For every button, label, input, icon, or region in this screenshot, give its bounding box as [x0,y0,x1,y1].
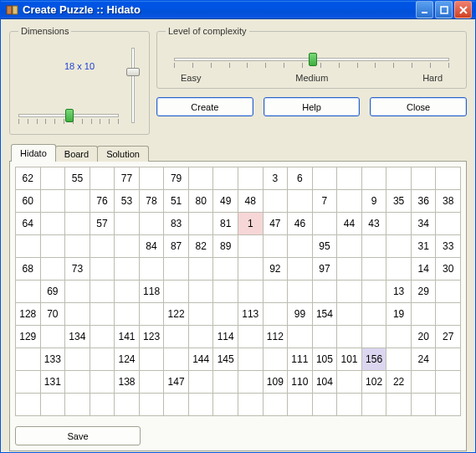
grid-cell[interactable] [115,303,140,326]
grid-cell[interactable] [41,213,66,235]
grid-cell[interactable] [288,190,313,213]
grid-cell[interactable]: 36 [412,190,437,213]
grid-cell[interactable] [140,303,165,326]
grid-cell[interactable]: 53 [115,190,140,213]
grid-cell[interactable]: 154 [313,303,338,326]
grid-cell[interactable] [90,167,115,190]
grid-cell[interactable]: 14 [412,258,437,281]
grid-cell[interactable] [65,213,90,235]
grid-cell[interactable] [189,326,214,348]
grid-cell[interactable]: 60 [16,190,41,213]
grid-cell[interactable]: 138 [115,371,140,394]
slider-thumb[interactable] [126,68,140,76]
grid-cell[interactable] [436,303,461,326]
grid-cell[interactable]: 118 [140,281,165,303]
grid-cell[interactable]: 83 [164,213,189,235]
grid-cell[interactable]: 114 [213,326,238,348]
grid-cell[interactable] [213,167,238,190]
grid-cell[interactable]: 110 [288,371,313,394]
grid-cell[interactable] [65,190,90,213]
grid-cell[interactable] [337,235,362,258]
tab-solution[interactable]: Solution [97,146,149,162]
grid-cell[interactable]: 101 [337,348,362,371]
grid-cell[interactable] [115,213,140,235]
grid-cell[interactable] [313,213,338,235]
grid-cell[interactable] [213,281,238,303]
grid-cell[interactable] [189,394,214,416]
grid-cell[interactable] [238,326,264,348]
grid-cell[interactable] [41,235,66,258]
grid-cell[interactable]: 78 [140,190,165,213]
grid-cell[interactable] [16,235,41,258]
grid-cell[interactable] [140,213,165,235]
slider-thumb[interactable] [309,53,317,66]
grid-cell[interactable]: 24 [412,348,437,371]
grid-cell[interactable]: 43 [362,213,387,235]
grid-cell[interactable]: 48 [238,190,264,213]
grid-cell[interactable] [115,235,140,258]
grid-cell[interactable] [238,167,264,190]
grid-cell[interactable]: 55 [65,167,90,190]
grid-cell[interactable] [189,258,214,281]
grid-cell[interactable]: 51 [164,190,189,213]
grid-cell[interactable]: 38 [436,190,461,213]
grid-cell[interactable]: 79 [164,167,189,190]
grid-cell[interactable] [362,235,387,258]
grid-cell[interactable] [213,371,238,394]
grid-cell[interactable] [386,213,412,235]
grid-cell[interactable]: 9 [362,190,387,213]
grid-cell[interactable] [65,281,90,303]
grid-cell[interactable] [164,348,189,371]
grid-cell[interactable] [213,258,238,281]
grid-cell[interactable]: 89 [213,235,238,258]
grid-cell[interactable] [386,258,412,281]
grid-cell[interactable]: 144 [189,348,214,371]
grid-cell[interactable]: 57 [90,213,115,235]
grid-cell[interactable]: 46 [288,213,313,235]
grid-cell[interactable]: 31 [412,235,437,258]
grid-cell[interactable] [164,281,189,303]
grid-cell[interactable] [337,303,362,326]
grid-cell[interactable] [140,258,165,281]
grid-cell[interactable]: 84 [140,235,165,258]
grid-cell[interactable] [189,371,214,394]
grid-cell[interactable] [238,281,264,303]
grid-cell[interactable] [386,348,412,371]
grid-cell[interactable] [140,394,165,416]
slider-thumb[interactable] [65,109,74,122]
grid-cell[interactable]: 99 [288,303,313,326]
grid-cell[interactable]: 3 [264,167,289,190]
grid-cell[interactable]: 97 [313,258,338,281]
grid-cell[interactable]: 29 [412,281,437,303]
grid-cell[interactable] [264,235,289,258]
grid-cell[interactable] [412,167,437,190]
grid-cell[interactable] [362,326,387,348]
grid-cell[interactable]: 124 [115,348,140,371]
grid-cell[interactable]: 64 [16,213,41,235]
grid-cell[interactable]: 62 [16,167,41,190]
grid-cell[interactable] [313,281,338,303]
grid-cell[interactable] [238,371,264,394]
grid-cell[interactable] [412,394,437,416]
grid-cell[interactable] [16,394,41,416]
grid-cell[interactable]: 95 [313,235,338,258]
grid-cell[interactable] [90,371,115,394]
grid-cell[interactable] [386,326,412,348]
grid-cell[interactable] [189,167,214,190]
grid-cell[interactable] [90,258,115,281]
grid-cell[interactable] [90,281,115,303]
grid-cell[interactable] [115,281,140,303]
grid-cell[interactable] [16,371,41,394]
grid-cell[interactable]: 13 [386,281,412,303]
grid-cell[interactable] [90,394,115,416]
grid-cell[interactable]: 112 [264,326,289,348]
grid-cell[interactable]: 128 [16,303,41,326]
close-dialog-button[interactable]: Close [370,97,467,116]
grid-cell[interactable] [337,326,362,348]
grid-cell[interactable] [288,258,313,281]
grid-cell[interactable] [90,303,115,326]
grid-cell[interactable]: 70 [41,303,66,326]
grid-cell[interactable] [337,281,362,303]
grid-cell[interactable]: 44 [337,213,362,235]
grid-cell[interactable]: 22 [386,371,412,394]
